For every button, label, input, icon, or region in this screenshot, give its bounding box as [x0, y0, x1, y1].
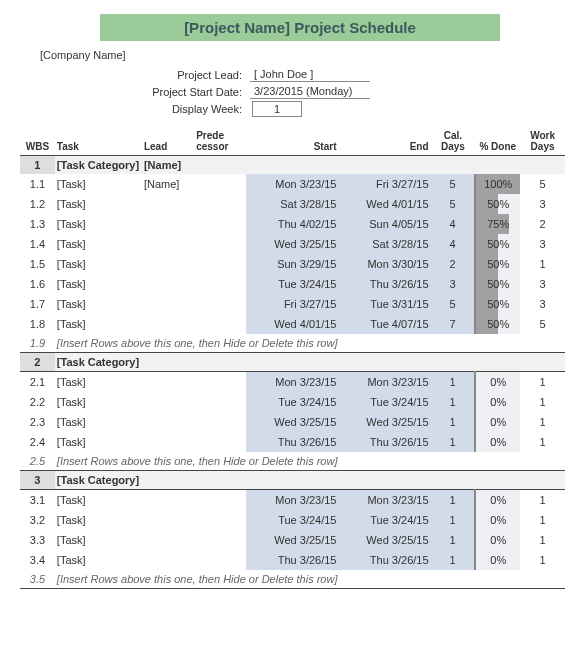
cell-lead[interactable] [142, 432, 194, 452]
cell-lead[interactable] [142, 372, 194, 393]
cell-cal-days[interactable]: 1 [431, 490, 476, 511]
cell-end[interactable]: Tue 3/24/15 [338, 392, 430, 412]
cell-predecessor[interactable] [194, 432, 246, 452]
cell-lead[interactable]: [Name] [142, 174, 194, 194]
cell-lead[interactable] [142, 254, 194, 274]
cell-end[interactable]: Tue 4/07/15 [338, 314, 430, 334]
cell-predecessor[interactable] [194, 530, 246, 550]
cell-lead[interactable] [142, 412, 194, 432]
cell-start[interactable]: Wed 4/01/15 [246, 314, 338, 334]
cell-lead[interactable] [142, 294, 194, 314]
cell-wbs[interactable]: 1.7 [20, 294, 55, 314]
cell-start[interactable]: Tue 3/24/15 [246, 392, 338, 412]
cell-cal-days[interactable]: 1 [431, 372, 476, 393]
cell-end[interactable]: Wed 3/25/15 [338, 530, 430, 550]
cell-cal-days[interactable]: 1 [431, 550, 476, 570]
cell-predecessor[interactable] [194, 490, 246, 511]
cell-end[interactable]: Mon 3/23/15 [338, 372, 430, 393]
cell-pct-done[interactable]: 0% [475, 550, 520, 570]
cell-pct-done[interactable]: 0% [475, 490, 520, 511]
cell-wbs[interactable]: 2.1 [20, 372, 55, 393]
cell-work-days[interactable]: 1 [520, 432, 565, 452]
cell-predecessor[interactable] [194, 234, 246, 254]
cell-wbs[interactable]: 3.1 [20, 490, 55, 511]
cell-task[interactable]: [Task] [55, 490, 142, 511]
cell-task[interactable]: [Task] [55, 412, 142, 432]
cell-wbs[interactable]: 1.5 [20, 254, 55, 274]
cell-task[interactable]: [Task] [55, 392, 142, 412]
cell-start[interactable]: Mon 3/23/15 [246, 174, 338, 194]
cell-cal-days[interactable]: 1 [431, 392, 476, 412]
cell-wbs[interactable]: 1.1 [20, 174, 55, 194]
cell-start[interactable]: Mon 3/23/15 [246, 372, 338, 393]
cell-cal-days[interactable]: 5 [431, 174, 476, 194]
cell-predecessor[interactable] [194, 254, 246, 274]
cell-work-days[interactable]: 3 [520, 234, 565, 254]
cell-task[interactable]: [Task] [55, 372, 142, 393]
cell-pct-done[interactable]: 0% [475, 510, 520, 530]
cell-task[interactable]: [Task] [55, 194, 142, 214]
cell-lead[interactable] [142, 234, 194, 254]
cell-lead[interactable] [142, 214, 194, 234]
cell-pct-done[interactable]: 100% [475, 174, 520, 194]
cell-work-days[interactable]: 3 [520, 294, 565, 314]
cell-pct-done[interactable]: 50% [475, 314, 520, 334]
cell-end[interactable]: Wed 4/01/15 [338, 194, 430, 214]
cell-lead[interactable] [142, 490, 194, 511]
cell-wbs[interactable]: 1.8 [20, 314, 55, 334]
cell-pct-done[interactable]: 50% [475, 194, 520, 214]
cell-start[interactable]: Wed 3/25/15 [246, 412, 338, 432]
cell-task[interactable]: [Task] [55, 254, 142, 274]
cell-start[interactable]: Thu 3/26/15 [246, 432, 338, 452]
cell-wbs[interactable]: 2.4 [20, 432, 55, 452]
cell-predecessor[interactable] [194, 392, 246, 412]
cell-work-days[interactable]: 1 [520, 412, 565, 432]
cell-predecessor[interactable] [194, 174, 246, 194]
cell-end[interactable]: Tue 3/24/15 [338, 510, 430, 530]
cell-lead[interactable] [142, 274, 194, 294]
cell-predecessor[interactable] [194, 412, 246, 432]
cell-pct-done[interactable]: 75% [475, 214, 520, 234]
cell-task[interactable]: [Task] [55, 174, 142, 194]
cell-wbs[interactable]: 1.2 [20, 194, 55, 214]
cell-pct-done[interactable]: 0% [475, 432, 520, 452]
cell-task[interactable]: [Task] [55, 530, 142, 550]
cell-work-days[interactable]: 1 [520, 254, 565, 274]
cell-task[interactable]: [Task] [55, 234, 142, 254]
cell-end[interactable]: Sat 3/28/15 [338, 234, 430, 254]
cell-start[interactable]: Thu 3/26/15 [246, 550, 338, 570]
cell-start[interactable]: Fri 3/27/15 [246, 294, 338, 314]
cell-task[interactable]: [Task] [55, 510, 142, 530]
cell-end[interactable]: Thu 3/26/15 [338, 432, 430, 452]
cell-end[interactable]: Thu 3/26/15 [338, 274, 430, 294]
cell-work-days[interactable]: 1 [520, 372, 565, 393]
cell-start[interactable]: Thu 4/02/15 [246, 214, 338, 234]
cell-cal-days[interactable]: 1 [431, 412, 476, 432]
cell-cal-days[interactable]: 2 [431, 254, 476, 274]
cell-end[interactable]: Tue 3/31/15 [338, 294, 430, 314]
cell-wbs[interactable]: 2.2 [20, 392, 55, 412]
cell-task[interactable]: [Task] [55, 314, 142, 334]
cell-cal-days[interactable]: 4 [431, 234, 476, 254]
cell-wbs[interactable]: 1.4 [20, 234, 55, 254]
project-start-value[interactable]: 3/23/2015 (Monday) [250, 84, 370, 99]
cell-pct-done[interactable]: 50% [475, 274, 520, 294]
cell-work-days[interactable]: 1 [520, 490, 565, 511]
cell-pct-done[interactable]: 0% [475, 372, 520, 393]
display-week-value[interactable]: 1 [252, 101, 302, 117]
cell-start[interactable]: Tue 3/24/15 [246, 510, 338, 530]
cell-wbs[interactable]: 3.4 [20, 550, 55, 570]
cell-cal-days[interactable]: 1 [431, 510, 476, 530]
cell-cal-days[interactable]: 1 [431, 530, 476, 550]
cell-start[interactable]: Tue 3/24/15 [246, 274, 338, 294]
cell-work-days[interactable]: 1 [520, 510, 565, 530]
cell-cal-days[interactable]: 7 [431, 314, 476, 334]
cell-predecessor[interactable] [194, 372, 246, 393]
cell-start[interactable]: Wed 3/25/15 [246, 234, 338, 254]
cell-cal-days[interactable]: 5 [431, 194, 476, 214]
cell-end[interactable]: Sun 4/05/15 [338, 214, 430, 234]
cell-task[interactable]: [Task] [55, 214, 142, 234]
cell-pct-done[interactable]: 0% [475, 530, 520, 550]
cell-pct-done[interactable]: 0% [475, 412, 520, 432]
project-lead-value[interactable]: [ John Doe ] [250, 67, 370, 82]
